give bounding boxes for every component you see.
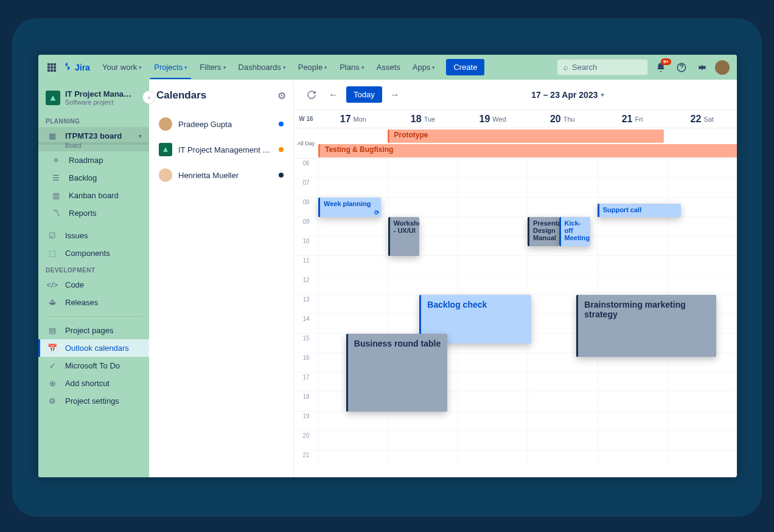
nav-assets[interactable]: Assets — [373, 57, 404, 78]
prev-button[interactable]: ← — [324, 86, 343, 104]
nav-apps[interactable]: Apps▾ — [409, 57, 439, 78]
search-input[interactable]: ⌕ Search — [557, 59, 648, 75]
hour-label: 12 — [294, 275, 318, 294]
day-header: 20Thu — [528, 110, 598, 128]
kanban-icon: ▥ — [51, 191, 61, 200]
calendar-item[interactable]: Henrietta Mueller — [156, 162, 286, 188]
chevron-down-icon: ▾ — [601, 92, 604, 98]
help-icon[interactable] — [674, 60, 689, 75]
allday-label: All Day — [294, 128, 318, 158]
calendar-event[interactable]: Support call — [598, 204, 682, 217]
notifications-icon[interactable]: 9+ — [653, 60, 669, 75]
hour-label: 10 — [294, 237, 318, 255]
day-header: 21Fri — [598, 110, 668, 128]
calendar-list-panel: Calendars ⚙ Pradeep GuptaIT Project Mana… — [149, 80, 294, 477]
calendar-name: Pradeep Gupta — [178, 120, 273, 129]
hour-label: 13 — [294, 295, 318, 314]
settings-icon[interactable] — [694, 60, 710, 75]
nav-your-work[interactable]: Your work▾ — [99, 57, 145, 78]
sidebar: ‹ IT Project Managem... Software project… — [38, 80, 149, 477]
search-icon: ⌕ — [563, 63, 568, 72]
hour-label: 21 — [294, 451, 318, 463]
hour-label: 11 — [294, 256, 318, 275]
add-icon: ⊕ — [47, 379, 58, 388]
nav-people[interactable]: People▾ — [295, 57, 331, 78]
day-header: 18Tue — [388, 110, 458, 128]
sidebar-item-backlog[interactable]: ☰Backlog — [38, 169, 149, 187]
day-header: 17Mon — [318, 110, 388, 128]
calendars-title: Calendars — [156, 89, 206, 102]
calendar-event[interactable]: Presentation Design Manual — [528, 217, 559, 246]
planning-section-label: PLANNING — [38, 113, 149, 127]
date-range-selector[interactable]: 17 – 23 Apr 2023▾ — [531, 90, 604, 100]
sidebar-item-issues[interactable]: ☑Issues — [38, 227, 149, 244]
sidebar-item-roadmap[interactable]: ≡Roadmap — [38, 151, 149, 169]
jira-logo[interactable]: Jira — [63, 61, 90, 73]
calendar-event[interactable]: Kick-off Meeting — [559, 217, 591, 246]
code-icon: </> — [47, 280, 58, 289]
sync-button[interactable] — [302, 86, 321, 104]
user-avatar[interactable] — [715, 60, 730, 75]
development-section-label: DEVELOPMENT — [38, 262, 149, 276]
hour-label: 08 — [294, 198, 318, 216]
app-switcher-icon[interactable] — [46, 61, 58, 74]
pages-icon: ▤ — [47, 326, 58, 335]
calendar-color-dot — [279, 173, 284, 178]
sidebar-item-settings[interactable]: ⚙Project settings — [38, 392, 149, 410]
calendar-item[interactable]: IT Project Management T... — [156, 137, 286, 162]
outlook-icon: 📅 — [47, 344, 58, 353]
sidebar-item-add-shortcut[interactable]: ⊕Add shortcut — [38, 375, 149, 392]
calendar-avatar — [159, 143, 172, 156]
create-button[interactable]: Create — [446, 59, 484, 75]
calendar-event[interactable]: Brainstorming marketing strategy — [576, 295, 716, 357]
sidebar-item-reports[interactable]: 〽Reports — [38, 204, 149, 222]
topbar: Jira Your work▾ Projects▾ Filters▾ Dashb… — [38, 55, 737, 80]
reports-icon: 〽 — [51, 209, 61, 218]
sidebar-item-components[interactable]: ⬚Components — [38, 244, 149, 262]
calendar-color-dot — [279, 122, 284, 126]
hour-label: 09 — [294, 217, 318, 236]
hour-label: 18 — [294, 392, 318, 411]
sidebar-item-kanban[interactable]: ▥Kanban board — [38, 187, 149, 204]
calendar-event[interactable]: Workshop - UX/UI — [388, 217, 420, 256]
releases-icon: ⛴ — [47, 298, 58, 307]
calendar-name: IT Project Management T... — [178, 145, 273, 154]
sidebar-collapse-button[interactable]: ‹ — [142, 91, 156, 104]
hour-label: 14 — [294, 314, 318, 333]
nav-filters[interactable]: Filters▾ — [196, 57, 229, 78]
calendars-settings-icon[interactable]: ⚙ — [277, 90, 286, 102]
calendar-item[interactable]: Pradeep Gupta — [156, 111, 286, 137]
sidebar-item-outlook-calendars[interactable]: 📅Outlook calendars — [38, 339, 149, 357]
sync-icon: ⟳ — [374, 209, 379, 216]
todo-icon: ✓ — [47, 361, 58, 370]
hour-label: 19 — [294, 412, 318, 430]
sidebar-item-code[interactable]: </>Code — [38, 276, 149, 294]
hour-label: 20 — [294, 431, 318, 450]
day-header: 19Wed — [458, 110, 528, 128]
sidebar-item-project-pages[interactable]: ▤Project pages — [38, 322, 149, 339]
calendar-color-dot — [279, 147, 284, 152]
sidebar-item-releases[interactable]: ⛴Releases — [38, 294, 149, 311]
hour-label: 06 — [294, 159, 318, 178]
backlog-icon: ☰ — [51, 173, 61, 182]
gear-icon: ⚙ — [47, 396, 58, 406]
calendar-event[interactable]: Week planning⟳ — [318, 198, 381, 217]
calendar-name: Henrietta Mueller — [178, 171, 273, 180]
calendar-event[interactable]: Business round table — [346, 334, 447, 412]
calendar-avatar — [159, 117, 172, 131]
sidebar-item-todo[interactable]: ✓Microsoft To Do — [38, 357, 149, 375]
nav-projects[interactable]: Projects▾ — [150, 57, 191, 79]
nav-plans[interactable]: Plans▾ — [336, 57, 368, 78]
next-button[interactable]: → — [386, 86, 404, 104]
nav-dashboards[interactable]: Dashboards▾ — [235, 57, 290, 78]
components-icon: ⬚ — [47, 249, 58, 258]
calendar-main: ← Today → 17 – 23 Apr 2023▾ W 16 17Mon18… — [294, 80, 737, 477]
today-button[interactable]: Today — [346, 86, 382, 103]
project-icon — [46, 91, 60, 105]
hour-label: 16 — [294, 353, 318, 372]
project-header[interactable]: IT Project Managem... Software project — [38, 87, 149, 113]
hour-label: 07 — [294, 178, 318, 197]
allday-event[interactable]: Prototype — [388, 130, 664, 143]
chevron-down-icon: ▾ — [139, 133, 142, 139]
allday-event[interactable]: Testing & Bugfixing — [318, 144, 737, 157]
